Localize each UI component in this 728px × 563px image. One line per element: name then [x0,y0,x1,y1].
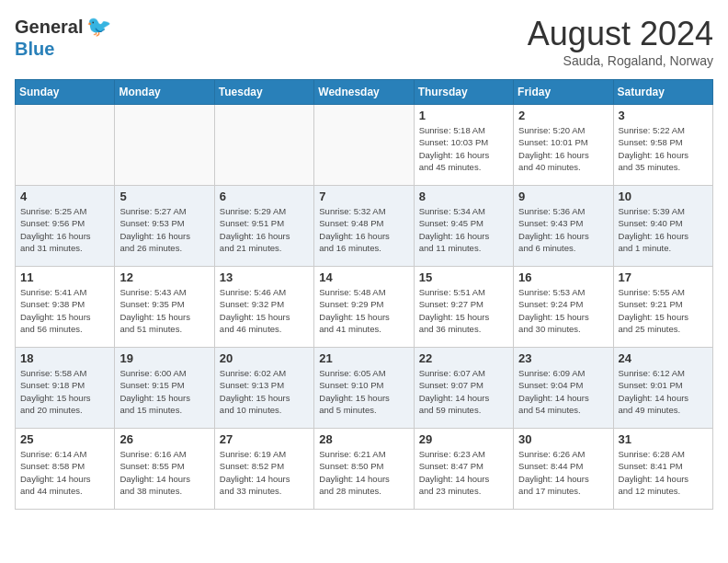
logo-blue-text: Blue [15,39,54,60]
day-info: Sunrise: 5:58 AM Sunset: 9:18 PM Dayligh… [20,367,109,416]
weekday-header-monday: Monday [115,80,214,105]
day-number: 10 [619,190,708,203]
logo: General 🐦 Blue [15,15,111,60]
calendar-cell: 4Sunrise: 5:25 AM Sunset: 9:56 PM Daylig… [16,186,115,267]
calendar-cell: 6Sunrise: 5:29 AM Sunset: 9:51 PM Daylig… [214,186,313,267]
day-number: 28 [319,432,408,446]
calendar-cell: 13Sunrise: 5:46 AM Sunset: 9:32 PM Dayli… [214,267,313,348]
day-info: Sunrise: 5:18 AM Sunset: 10:03 PM Daylig… [419,124,508,173]
calendar-cell: 21Sunrise: 6:05 AM Sunset: 9:10 PM Dayli… [314,348,414,429]
day-info: Sunrise: 6:28 AM Sunset: 8:41 PM Dayligh… [619,448,708,497]
day-number: 23 [518,351,608,365]
calendar-cell: 1Sunrise: 5:18 AM Sunset: 10:03 PM Dayli… [414,105,513,186]
day-info: Sunrise: 6:07 AM Sunset: 9:07 PM Dayligh… [419,367,508,416]
weekday-header-sunday: Sunday [16,80,115,105]
calendar-week-row-2: 4Sunrise: 5:25 AM Sunset: 9:56 PM Daylig… [16,186,713,267]
day-info: Sunrise: 6:02 AM Sunset: 9:13 PM Dayligh… [220,367,309,416]
calendar-cell: 8Sunrise: 5:34 AM Sunset: 9:45 PM Daylig… [414,186,513,267]
calendar-cell [115,105,214,186]
subtitle: Sauda, Rogaland, Norway [528,53,713,68]
day-number: 20 [220,351,309,365]
day-number: 30 [518,432,608,446]
day-info: Sunrise: 6:19 AM Sunset: 8:52 PM Dayligh… [220,448,309,497]
weekday-header-thursday: Thursday [414,80,513,105]
logo-bird-icon: 🐦 [86,15,111,39]
calendar-cell: 7Sunrise: 5:32 AM Sunset: 9:48 PM Daylig… [314,186,414,267]
calendar-cell: 3Sunrise: 5:22 AM Sunset: 9:58 PM Daylig… [613,105,712,186]
day-number: 12 [119,270,209,284]
day-number: 14 [319,270,408,284]
day-number: 15 [419,270,508,284]
day-info: Sunrise: 6:23 AM Sunset: 8:47 PM Dayligh… [419,448,508,497]
calendar-cell: 27Sunrise: 6:19 AM Sunset: 8:52 PM Dayli… [214,429,313,510]
day-number: 16 [518,270,608,284]
day-number: 24 [619,351,708,365]
day-info: Sunrise: 5:39 AM Sunset: 9:40 PM Dayligh… [619,205,708,254]
weekday-header-tuesday: Tuesday [214,80,313,105]
calendar-cell: 15Sunrise: 5:51 AM Sunset: 9:27 PM Dayli… [414,267,513,348]
day-info: Sunrise: 6:00 AM Sunset: 9:15 PM Dayligh… [119,367,209,416]
day-info: Sunrise: 5:22 AM Sunset: 9:58 PM Dayligh… [619,124,708,173]
calendar-cell [16,105,115,186]
calendar-cell: 31Sunrise: 6:28 AM Sunset: 8:41 PM Dayli… [613,429,712,510]
day-number: 27 [220,432,309,446]
day-number: 31 [619,432,708,446]
weekday-header-wednesday: Wednesday [314,80,414,105]
day-number: 26 [119,432,209,446]
day-number: 29 [419,432,508,446]
month-title: August 2024 [528,15,713,53]
day-info: Sunrise: 5:55 AM Sunset: 9:21 PM Dayligh… [619,286,708,335]
day-number: 19 [119,351,209,365]
calendar-cell: 26Sunrise: 6:16 AM Sunset: 8:55 PM Dayli… [115,429,214,510]
day-number: 5 [119,190,209,203]
calendar-cell: 10Sunrise: 5:39 AM Sunset: 9:40 PM Dayli… [613,186,712,267]
day-info: Sunrise: 5:51 AM Sunset: 9:27 PM Dayligh… [419,286,508,335]
day-info: Sunrise: 5:27 AM Sunset: 9:53 PM Dayligh… [119,205,209,254]
calendar-cell: 16Sunrise: 5:53 AM Sunset: 9:24 PM Dayli… [514,267,613,348]
weekday-header-friday: Friday [514,80,613,105]
day-info: Sunrise: 5:25 AM Sunset: 9:56 PM Dayligh… [20,205,109,254]
day-info: Sunrise: 6:12 AM Sunset: 9:01 PM Dayligh… [619,367,708,416]
calendar-cell: 14Sunrise: 5:48 AM Sunset: 9:29 PM Dayli… [314,267,414,348]
calendar-cell: 5Sunrise: 5:27 AM Sunset: 9:53 PM Daylig… [115,186,214,267]
calendar-cell: 11Sunrise: 5:41 AM Sunset: 9:38 PM Dayli… [16,267,115,348]
day-number: 18 [20,351,109,365]
calendar-cell: 2Sunrise: 5:20 AM Sunset: 10:01 PM Dayli… [514,105,613,186]
calendar-week-row-4: 18Sunrise: 5:58 AM Sunset: 9:18 PM Dayli… [16,348,713,429]
day-number: 7 [319,190,408,203]
title-area: August 2024 Sauda, Rogaland, Norway [528,15,713,68]
calendar-cell: 22Sunrise: 6:07 AM Sunset: 9:07 PM Dayli… [414,348,513,429]
logo-general-text: General [15,17,83,38]
day-number: 6 [220,190,309,203]
weekday-header-saturday: Saturday [613,80,712,105]
day-info: Sunrise: 5:46 AM Sunset: 9:32 PM Dayligh… [220,286,309,335]
day-info: Sunrise: 5:43 AM Sunset: 9:35 PM Dayligh… [119,286,209,335]
day-info: Sunrise: 5:32 AM Sunset: 9:48 PM Dayligh… [319,205,408,254]
day-number: 1 [419,109,508,122]
calendar-cell: 18Sunrise: 5:58 AM Sunset: 9:18 PM Dayli… [16,348,115,429]
calendar-cell: 28Sunrise: 6:21 AM Sunset: 8:50 PM Dayli… [314,429,414,510]
day-number: 9 [518,190,608,203]
calendar-cell [314,105,414,186]
day-number: 21 [319,351,408,365]
calendar-cell: 30Sunrise: 6:26 AM Sunset: 8:44 PM Dayli… [514,429,613,510]
calendar-week-row-5: 25Sunrise: 6:14 AM Sunset: 8:58 PM Dayli… [16,429,713,510]
day-number: 3 [619,109,708,122]
day-info: Sunrise: 5:36 AM Sunset: 9:43 PM Dayligh… [518,205,608,254]
calendar-cell: 24Sunrise: 6:12 AM Sunset: 9:01 PM Dayli… [613,348,712,429]
day-info: Sunrise: 6:16 AM Sunset: 8:55 PM Dayligh… [119,448,209,497]
day-info: Sunrise: 6:05 AM Sunset: 9:10 PM Dayligh… [319,367,408,416]
day-info: Sunrise: 5:20 AM Sunset: 10:01 PM Daylig… [518,124,608,173]
day-number: 13 [220,270,309,284]
day-info: Sunrise: 6:21 AM Sunset: 8:50 PM Dayligh… [319,448,408,497]
day-number: 22 [419,351,508,365]
day-info: Sunrise: 5:41 AM Sunset: 9:38 PM Dayligh… [20,286,109,335]
calendar-cell [214,105,313,186]
calendar-cell: 17Sunrise: 5:55 AM Sunset: 9:21 PM Dayli… [613,267,712,348]
day-number: 17 [619,270,708,284]
page-header: General 🐦 Blue August 2024 Sauda, Rogala… [15,15,713,68]
day-info: Sunrise: 5:53 AM Sunset: 9:24 PM Dayligh… [518,286,608,335]
day-info: Sunrise: 5:29 AM Sunset: 9:51 PM Dayligh… [220,205,309,254]
calendar-cell: 9Sunrise: 5:36 AM Sunset: 9:43 PM Daylig… [514,186,613,267]
day-number: 11 [20,270,109,284]
